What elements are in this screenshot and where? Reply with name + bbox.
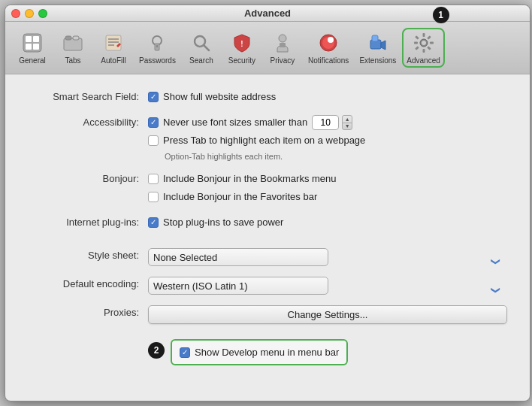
encoding-row: Default encoding: Western (ISO Latin 1) …: [28, 277, 507, 295]
never-use-font-label: Never use font sizes smaller than: [163, 115, 307, 130]
stop-plugins-checkbox[interactable]: ✓: [148, 217, 159, 228]
badge-1: 1: [433, 7, 449, 23]
titlebar: Advanced: [5, 5, 530, 22]
never-use-font-checkbox[interactable]: ✓: [148, 117, 159, 128]
general-icon: [20, 31, 44, 55]
toolbar-notifications[interactable]: Notifications: [304, 28, 353, 68]
bonjour-bookmarks-checkbox[interactable]: [148, 174, 159, 184]
internet-plugins-label: Internet plug-ins:: [28, 215, 148, 230]
svg-rect-3: [26, 44, 32, 50]
privacy-label: Privacy: [271, 56, 295, 65]
show-full-address-checkbox[interactable]: ✓: [148, 92, 159, 102]
stop-plugins-label: Stop plug-ins to save power: [163, 215, 283, 230]
svg-line-16: [204, 45, 209, 50]
svg-rect-27: [422, 33, 425, 37]
security-icon: !: [230, 31, 254, 55]
develop-menu-checkbox[interactable]: ✓: [180, 347, 190, 358]
toolbar-extensions[interactable]: Extensions: [355, 28, 401, 68]
traffic-lights: [11, 9, 47, 18]
passwords-icon: [145, 31, 169, 55]
develop-menu-label: Show Develop menu in menu bar: [195, 347, 339, 358]
toolbar-passwords[interactable]: Passwords: [135, 28, 180, 68]
font-size-stepper[interactable]: ▲ ▼: [342, 115, 352, 130]
bonjour-bookmarks-row: Include Bonjour in the Bookmarks menu: [148, 171, 507, 186]
svg-point-18: [279, 35, 286, 42]
svg-text:!: !: [240, 40, 243, 48]
preferences-window: Advanced General: [5, 5, 530, 401]
svg-rect-34: [427, 46, 431, 50]
toolbar-search[interactable]: Search: [182, 28, 221, 68]
smart-search-label: Smart Search Field:: [28, 89, 148, 105]
press-tab-checkbox[interactable]: [148, 135, 159, 146]
stepper-up[interactable]: ▲: [343, 116, 352, 123]
style-sheet-select[interactable]: None Selected: [148, 248, 328, 266]
never-use-font-row: ✓ Never use font sizes smaller than ▲ ▼: [148, 115, 507, 130]
style-sheet-arrow: ❯: [491, 258, 500, 265]
proxies-label: Proxies:: [28, 305, 148, 320]
style-sheet-label: Style sheet:: [28, 248, 148, 263]
svg-rect-7: [73, 36, 79, 40]
develop-menu-controls: 2 ✓ Show Develop menu in menu bar: [148, 335, 507, 365]
toolbar-privacy[interactable]: Privacy: [263, 28, 302, 68]
svg-rect-8: [106, 35, 121, 50]
bonjour-bookmarks-label: Include Bonjour in the Bookmarks menu: [163, 171, 337, 186]
stepper-down[interactable]: ▼: [343, 123, 352, 130]
svg-rect-4: [33, 44, 39, 50]
accessibility-controls: ✓ Never use font sizes smaller than ▲ ▼ …: [148, 115, 507, 161]
stop-plugins-row: ✓ Stop plug-ins to save power: [148, 215, 507, 230]
encoding-label: Default encoding:: [28, 277, 148, 292]
autofill-label: AutoFill: [101, 56, 125, 65]
encoding-arrow: ❯: [491, 286, 500, 294]
svg-rect-29: [414, 42, 418, 44]
privacy-icon: [271, 31, 295, 55]
encoding-controls: Western (ISO Latin 1) ❯: [148, 277, 507, 295]
toolbar: General Tabs: [5, 22, 530, 74]
accessibility-row: Accessibility: ✓ Never use font sizes sm…: [28, 115, 507, 161]
toolbar-general[interactable]: General: [13, 28, 52, 68]
search-label: Search: [189, 56, 213, 65]
passwords-label: Passwords: [139, 56, 176, 65]
svg-rect-32: [427, 35, 431, 40]
extensions-icon: [366, 31, 390, 55]
toolbar-tabs[interactable]: Tabs: [53, 28, 92, 68]
bonjour-row: Bonjour: Include Bonjour in the Bookmark…: [28, 171, 507, 205]
toolbar-autofill[interactable]: AutoFill: [94, 28, 133, 68]
encoding-wrapper: Western (ISO Latin 1) ❯: [148, 277, 507, 295]
develop-menu-container: ✓ Show Develop menu in menu bar: [171, 339, 348, 365]
badge-2: 2: [148, 342, 165, 359]
settings-content: Smart Search Field: ✓ Show full website …: [5, 74, 530, 391]
svg-point-22: [328, 37, 334, 43]
bonjour-favorites-label: Include Bonjour in the Favorites bar: [163, 189, 317, 205]
general-label: General: [19, 56, 46, 65]
tabs-label: Tabs: [65, 56, 80, 65]
bonjour-favorites-row: Include Bonjour in the Favorites bar: [148, 189, 507, 205]
maximize-button[interactable]: [38, 9, 47, 18]
bonjour-label: Bonjour:: [28, 171, 148, 186]
bonjour-favorites-checkbox[interactable]: [148, 192, 159, 202]
smart-search-row: Smart Search Field: ✓ Show full website …: [28, 89, 507, 105]
close-button[interactable]: [11, 9, 20, 18]
security-label: Security: [228, 56, 255, 65]
proxies-button[interactable]: Change Settings...: [148, 305, 507, 324]
show-full-address-label: Show full website address: [163, 89, 276, 105]
toolbar-security[interactable]: ! Security: [222, 28, 261, 68]
font-size-input[interactable]: [312, 115, 339, 130]
autofill-icon: [101, 31, 125, 55]
tabs-icon: [61, 31, 85, 55]
style-sheet-row: Style sheet: None Selected ❯: [28, 248, 507, 266]
search-icon: [189, 31, 213, 55]
svg-rect-19: [280, 43, 286, 47]
show-full-address-row: ✓ Show full website address: [148, 89, 507, 105]
bonjour-controls: Include Bonjour in the Bookmarks menu In…: [148, 171, 507, 205]
advanced-icon: [412, 31, 436, 55]
press-tab-row: Press Tab to highlight each item on a we…: [148, 133, 507, 148]
toolbar-advanced[interactable]: Advanced 1: [402, 28, 444, 68]
advanced-label: Advanced: [407, 56, 440, 65]
svg-rect-1: [26, 36, 32, 42]
encoding-select[interactable]: Western (ISO Latin 1): [148, 277, 328, 295]
svg-rect-33: [415, 46, 419, 50]
minimize-button[interactable]: [25, 9, 34, 18]
svg-rect-28: [422, 49, 425, 53]
svg-point-26: [422, 41, 426, 45]
style-sheet-controls: None Selected ❯: [148, 248, 507, 266]
